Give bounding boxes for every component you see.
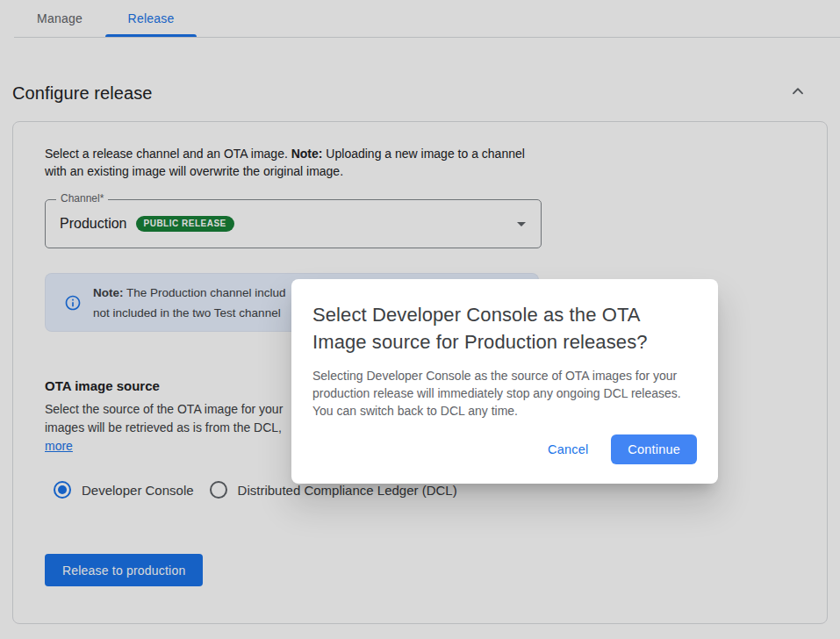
cancel-button[interactable]: Cancel <box>535 435 600 463</box>
confirm-dialog: Select Developer Console as the OTA Imag… <box>291 279 718 484</box>
dialog-title: Select Developer Console as the OTA Imag… <box>312 301 697 355</box>
page: Manage Release Configure release Select … <box>0 0 840 639</box>
dialog-actions: Cancel Continue <box>312 434 697 464</box>
continue-button[interactable]: Continue <box>611 434 697 464</box>
dialog-body: Selecting Developer Console as the sourc… <box>312 367 695 420</box>
